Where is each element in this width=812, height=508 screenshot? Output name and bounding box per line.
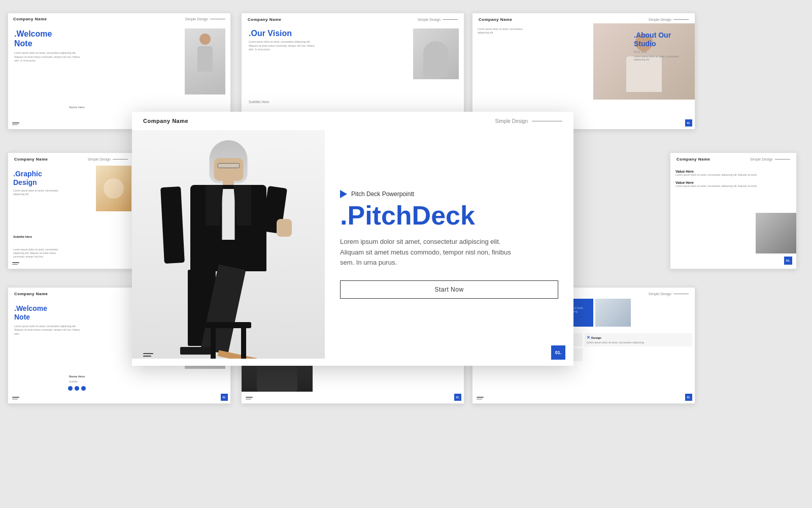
slide-values: Company Name Simple Design Value Here Lo… xyxy=(670,152,797,269)
main-slide-header: Company Name Simple Design xyxy=(132,112,573,130)
subtitle: Subtitle Here xyxy=(249,100,269,104)
slide-content: Value Here Lorem ipsum dolor sit amet, c… xyxy=(670,166,796,196)
main-brand: Simple Design xyxy=(495,118,562,124)
main-description: Lorem ipsum dolor sit amet, consectetur … xyxy=(340,237,523,268)
person-body xyxy=(197,46,213,72)
main-text-area: Pitch Deck Powerpointt .PitchDeck Lorem … xyxy=(325,130,573,359)
image-4 xyxy=(595,299,631,327)
slide-body-text: Lorem ipsum dolor sit amet, consectetur … xyxy=(14,325,80,336)
slide-title: .About Our Studio xyxy=(634,31,685,48)
value-body-1: Lorem ipsum dolor sit amet, consectetur … xyxy=(675,173,791,177)
menu-icon xyxy=(477,397,484,399)
menu-icon xyxy=(12,397,19,399)
value-item-2: Value Here Lorem ipsum dolor sit amet, c… xyxy=(675,181,791,188)
main-slide: Company Name Simple Design xyxy=(132,112,573,366)
jacket-body xyxy=(190,185,266,271)
social-icons xyxy=(68,386,86,391)
hand xyxy=(277,219,292,237)
person-subtitle: Subtitle xyxy=(69,380,78,383)
slide-header: Company Name Simple Design xyxy=(8,13,230,25)
slide-image xyxy=(413,28,459,79)
start-now-button[interactable]: Start Now xyxy=(340,280,558,299)
main-title: .PitchDeck xyxy=(340,202,558,229)
main-photo-area xyxy=(132,130,325,359)
value-body-2: Lorem ipsum dolor sit amet, consectetur … xyxy=(675,184,791,188)
main-brand-line xyxy=(532,121,562,121)
tag-text: Pitch Deck Powerpointt xyxy=(351,190,414,198)
shoe-right xyxy=(218,350,259,359)
stool-leg-1 xyxy=(211,326,216,359)
brand-name: Simple Design xyxy=(88,157,128,161)
brand-name: Simple Design xyxy=(418,18,458,21)
subtitle: Subtitle Here xyxy=(13,235,32,238)
service-body: Lorem ipsum dolor sit amet, consectetur … xyxy=(587,341,690,344)
shirt xyxy=(222,189,235,240)
shoe-left xyxy=(180,347,213,355)
lapel-left xyxy=(206,185,223,226)
est-label: Est.in 2008 xyxy=(634,50,690,53)
play-icon xyxy=(340,190,347,198)
fashion-figure xyxy=(157,140,299,359)
slide-number: 01. xyxy=(685,119,692,126)
person-name: Name Here xyxy=(69,106,85,109)
slide-body-text: Lorem ipsum dolor sit amet, consectetur … xyxy=(14,51,80,63)
person-figure xyxy=(423,41,449,77)
brand-name: Simple Design xyxy=(185,17,225,21)
value-title-2: Value Here xyxy=(675,181,791,184)
subtitle-body: Lorem ipsum dolor sit amet, consectetur … xyxy=(13,248,64,259)
tag-label: Pitch Deck Powerpointt xyxy=(340,190,558,198)
menu-icon xyxy=(143,353,153,357)
main-company-name: Company Name xyxy=(143,118,188,124)
slide-number: 01. xyxy=(685,394,692,401)
service-title: ✕ Design xyxy=(587,335,690,340)
social-icon-3 xyxy=(81,386,86,391)
slide-number: 01. xyxy=(784,257,792,265)
slide-image xyxy=(96,166,131,211)
company-name: Company Name xyxy=(676,157,710,162)
slide-header: Company Name Simple Design xyxy=(242,13,464,26)
social-icon-1 xyxy=(68,386,73,391)
brand-line xyxy=(673,19,689,20)
brand-line xyxy=(210,19,225,19)
studio-title-area: .About Our Studio Est.in 2008 Lorem ipsu… xyxy=(631,28,692,64)
presentation-stage: Company Name Simple Design .Welcome Note… xyxy=(0,0,812,508)
company-name: Company Name xyxy=(14,292,48,296)
slide-header: Company Name Simple Design xyxy=(8,153,134,166)
slide-number: 01. xyxy=(454,394,461,401)
brand-line xyxy=(443,19,458,20)
slide-graphic-design: Company Name Simple Design .Graphic Desi… xyxy=(8,152,134,269)
menu-icon xyxy=(12,122,19,125)
body-text: Lorem ipsum dolor sit amet, consectetur … xyxy=(13,189,64,196)
design-icon: ✕ xyxy=(587,335,590,340)
body2: Lorem ipsum dolor sit amet, consectetur … xyxy=(634,55,690,61)
main-slide-body: Pitch Deck Powerpointt .PitchDeck Lorem … xyxy=(132,130,573,359)
social-icon-2 xyxy=(75,386,79,391)
slide-number: 01. xyxy=(551,345,565,360)
stool-leg-2 xyxy=(241,326,246,359)
company-name: Company Name xyxy=(14,157,48,162)
lapel-right xyxy=(233,185,251,226)
value-title-1: Value Here xyxy=(675,170,791,173)
brand-name: Simple Design xyxy=(649,18,689,21)
slide-header: Company Name Simple Design xyxy=(670,153,796,166)
menu-icon xyxy=(12,262,19,265)
company-name: Company Name xyxy=(13,17,47,21)
body-text: Lorem ipsum dolor sit amet, consectetur … xyxy=(478,27,523,35)
person-name: Name Here xyxy=(69,375,85,378)
arm-left xyxy=(160,186,185,264)
photo-background xyxy=(132,130,325,359)
person-head xyxy=(199,34,211,45)
slide-body-text: Lorem ipsum dolor sit amet, consectetur … xyxy=(249,40,320,52)
about-left-desc: Lorem ipsum dolor sit amet, consectetur … xyxy=(478,27,523,35)
slide-image xyxy=(185,28,225,94)
brand-name: Simple Design xyxy=(750,157,790,161)
slide-image xyxy=(756,213,796,253)
brand-name: Simple Design xyxy=(649,292,689,296)
service-design: ✕ Design Lorem ipsum dolor sit amet, con… xyxy=(585,333,692,346)
company-name: Company Name xyxy=(248,17,281,22)
value-item-1: Value Here Lorem ipsum dolor sit amet, c… xyxy=(675,170,791,177)
menu-icon xyxy=(246,397,253,399)
face xyxy=(214,158,243,181)
hair xyxy=(210,140,248,183)
company-name: Company Name xyxy=(479,17,512,22)
